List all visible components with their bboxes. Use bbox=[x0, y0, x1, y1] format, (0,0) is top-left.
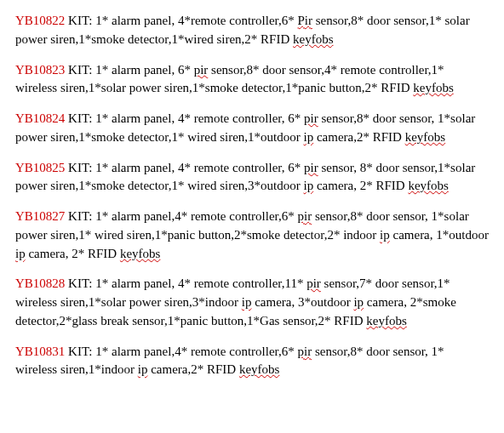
spellcheck-word: Pir bbox=[298, 14, 313, 27]
spellcheck-word: ip bbox=[15, 247, 26, 260]
kit-description: KIT: 1* alarm panel, 4* remote controlle… bbox=[15, 111, 475, 144]
kit-id: YB10831 bbox=[15, 345, 65, 358]
spellcheck-word: keyfobs bbox=[405, 130, 446, 144]
spellcheck-word: ip bbox=[353, 295, 364, 309]
kit-entry: YB10823 KIT: 1* alarm panel, 6* pir sens… bbox=[15, 61, 489, 99]
kit-description: KIT: 1* alarm panel, 4* remote controlle… bbox=[15, 161, 475, 193]
kit-id: YB10828 bbox=[15, 276, 65, 290]
spellcheck-word: keyfobs bbox=[239, 362, 280, 376]
kit-id: YB10823 bbox=[15, 63, 65, 77]
kit-description: KIT: 1* alarm panel, 4*remote controller… bbox=[15, 14, 470, 46]
document-body: YB10822 KIT: 1* alarm panel, 4*remote co… bbox=[15, 12, 489, 379]
kit-entry: YB10828 KIT: 1* alarm panel, 4* remote c… bbox=[15, 275, 489, 330]
spellcheck-word: keyfobs bbox=[366, 314, 407, 328]
spellcheck-word: keyfobs bbox=[120, 247, 161, 260]
spellcheck-word: keyfobs bbox=[413, 81, 454, 94]
kit-description: KIT: 1* alarm panel,4* remote controller… bbox=[15, 209, 489, 260]
kit-description: KIT: 1* alarm panel, 6* pir sensor,8* do… bbox=[15, 63, 454, 95]
spellcheck-word: pir bbox=[194, 63, 209, 77]
spellcheck-word: pir bbox=[298, 345, 312, 358]
kit-entry: YB10822 KIT: 1* alarm panel, 4*remote co… bbox=[15, 12, 489, 49]
spellcheck-word: ip bbox=[138, 362, 148, 376]
spellcheck-word: ip bbox=[303, 130, 313, 144]
spellcheck-word: ip bbox=[303, 179, 313, 192]
kit-entry: YB10824 KIT: 1* alarm panel, 4* remote c… bbox=[15, 110, 489, 147]
kit-description: KIT: 1* alarm panel, 4* remote controlle… bbox=[15, 276, 456, 328]
spellcheck-word: pir bbox=[304, 161, 318, 174]
spellcheck-word: pir bbox=[304, 111, 318, 125]
spellcheck-word: pir bbox=[306, 276, 321, 290]
kit-entry: YB10825 KIT: 1* alarm panel, 4* remote c… bbox=[15, 159, 489, 197]
spellcheck-word: ip bbox=[242, 295, 252, 309]
spellcheck-word: keyfobs bbox=[293, 32, 334, 46]
kit-id: YB10827 bbox=[15, 209, 65, 223]
spellcheck-word: keyfobs bbox=[408, 179, 449, 192]
spellcheck-word: pir bbox=[298, 209, 312, 223]
kit-id: YB10824 bbox=[15, 111, 65, 125]
kit-description: KIT: 1* alarm panel,4* remote controller… bbox=[15, 345, 444, 377]
kit-entry: YB10827 KIT: 1* alarm panel,4* remote co… bbox=[15, 208, 489, 263]
spellcheck-word: ip bbox=[380, 228, 390, 242]
kit-id: YB10822 bbox=[15, 14, 65, 27]
kit-id: YB10825 bbox=[15, 161, 65, 174]
kit-entry: YB10831 KIT: 1* alarm panel,4* remote co… bbox=[15, 343, 489, 380]
